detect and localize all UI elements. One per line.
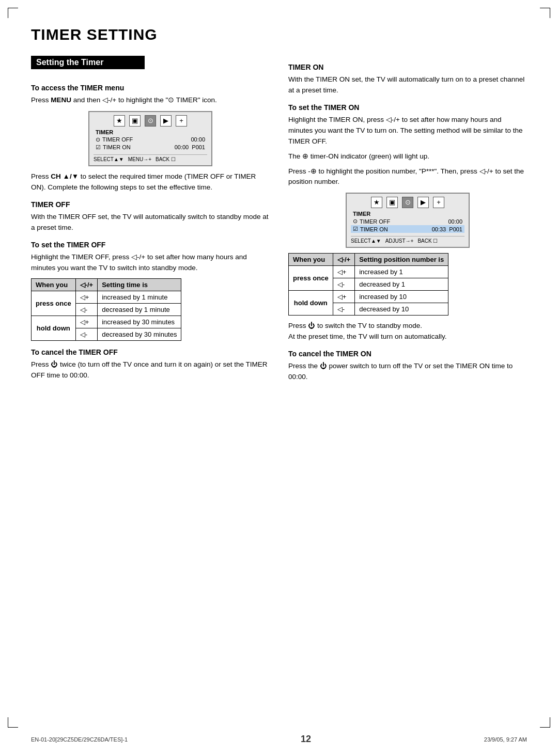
table2-sign4: ◁-	[333, 303, 355, 316]
cancel-timer-off-title: To cancel the TIMER OFF	[31, 348, 270, 356]
table1-col1: When you	[32, 279, 76, 291]
table1-col2: ◁-/+	[75, 279, 98, 291]
set-timer-on-text2: The ⊕ timer-ON indicator (green) will li…	[288, 151, 527, 162]
main-content: Setting the Timer To access the TIMER me…	[31, 56, 527, 387]
set-timer-off-title: To set the TIMER OFF	[31, 241, 270, 249]
access-text: Press MENU and then ◁-/+ to highlight th…	[31, 95, 270, 106]
right-column: TIMER ON With the TIMER ON set, the TV w…	[288, 56, 527, 387]
set-timer-on-text3: Press -⊕ to highlight the position numbe…	[288, 166, 527, 188]
table1-val3: increased by 30 minutes	[98, 316, 181, 328]
table1-group2: hold down	[32, 316, 76, 341]
timer-on-table: When you ◁-/+ Setting position number is…	[288, 253, 448, 316]
table1-sign2: ◁-	[75, 304, 98, 316]
table1-val4: decreased by 30 minutes	[98, 328, 181, 341]
tv-icon-tv: ▣	[129, 115, 141, 127]
tv-timer-off-row: ⊙ TIMER OFF 00:00	[94, 136, 207, 144]
tv2-timer-off-row: ⊙ TIMER OFF 00:00	[351, 217, 464, 225]
left-column: Setting the Timer To access the TIMER me…	[31, 56, 270, 385]
tv2-timer-on-row: ☑ TIMER ON 00:33 P001	[351, 225, 464, 233]
table1-group1: press once	[32, 291, 76, 316]
page-title: TIMER SETTING	[31, 26, 527, 43]
footer-left: EN-01-20[29CZ5DE/29CZ6DA/TES]-1	[31, 736, 128, 743]
page-footer: EN-01-20[29CZ5DE/29CZ6DA/TES]-1 12 23/9/…	[0, 734, 558, 745]
page-number: 12	[301, 734, 311, 745]
table-row: hold down ◁+ increased by 30 minutes	[32, 316, 181, 328]
table2-group2: hold down	[289, 291, 333, 316]
tv2-icon-plus: +	[433, 197, 444, 208]
tv-icon-timer: ⊙	[145, 115, 156, 127]
table2-col1: When you	[289, 254, 333, 266]
set-timer-on-title: To set the TIMER ON	[288, 103, 527, 112]
tv2-icon-star: ★	[371, 197, 382, 208]
tv2-icon-row: ★ ▣ ⊙ ▶ +	[351, 197, 464, 208]
tv2-icon-timer: ⊙	[402, 197, 413, 208]
ch-text: Press CH ▲/▼ to select the required time…	[31, 171, 270, 193]
tv-menu-label: TIMER	[94, 129, 207, 136]
tv-icon-row: ★ ▣ ⊙ ▶ +	[94, 115, 207, 127]
table1-sign1: ◁+	[75, 291, 98, 304]
timer-off-text: With the TIMER OFF set, the TV will auto…	[31, 212, 270, 233]
tv2-icon-tv: ▣	[386, 197, 398, 208]
timer-off-heading: TIMER OFF	[31, 200, 270, 209]
table-row: hold down ◁+ increased by 10	[289, 291, 448, 303]
tv-bottom-bar-1: SELECT▲▼ MENU→+ BACK ☐	[94, 154, 207, 162]
section-heading: Setting the Timer	[31, 56, 145, 69]
table2-col3: Setting position number is	[355, 254, 448, 266]
tv2-icon-arrow: ▶	[417, 197, 429, 208]
set-timer-off-text: Highlight the TIMER OFF, press ◁-/+ to s…	[31, 252, 270, 274]
table2-val2: decreased by 1	[355, 278, 448, 291]
timer-off-table: When you ◁-/+ Setting time is press once…	[31, 278, 181, 341]
table1-sign4: ◁-	[75, 328, 98, 341]
cancel-timer-off-text: Press ⏻ twice (to turn off the TV once a…	[31, 359, 270, 381]
table2-col2: ◁-/+	[333, 254, 355, 266]
tv-icon-star: ★	[114, 115, 125, 127]
table2-val3: increased by 10	[355, 291, 448, 303]
table2-sign2: ◁-	[333, 278, 355, 291]
standby-text: Press ⏻ to switch the TV to standby mode…	[288, 321, 527, 342]
tv-icon-arrow: ▶	[160, 115, 172, 127]
table2-val4: decreased by 10	[355, 303, 448, 316]
table2-group1: press once	[289, 266, 333, 291]
timer-on-heading: TIMER ON	[288, 63, 527, 71]
cancel-timer-on-title: To cancel the TIMER ON	[288, 350, 527, 358]
table1-val1: increased by 1 minute	[98, 291, 181, 304]
table1-sign3: ◁+	[75, 316, 98, 328]
access-title: To access the TIMER menu	[31, 84, 270, 92]
table2-sign3: ◁+	[333, 291, 355, 303]
tv2-menu-label: TIMER	[351, 210, 464, 217]
tv-screen-2: ★ ▣ ⊙ ▶ + TIMER ⊙ TIMER OFF 00:00 ☑ TIME…	[346, 193, 470, 248]
footer-right: 23/9/05, 9:27 AM	[484, 736, 527, 743]
timer-on-text: With the TIMER ON set, the TV will autom…	[288, 74, 527, 96]
tv-screen-1: ★ ▣ ⊙ ▶ + TIMER ⊙ TIMER OFF 00:00 ☑ TIME…	[88, 111, 212, 166]
table2-sign1: ◁+	[333, 266, 355, 278]
tv-timer-on-row: ☑ TIMER ON 00:00 P001	[94, 144, 207, 151]
table2-val1: increased by 1	[355, 266, 448, 278]
set-timer-on-text1: Highlight the TIMER ON, press ◁-/+ to se…	[288, 115, 527, 147]
tv-icon-plus: +	[176, 115, 187, 127]
table-row: press once ◁+ increased by 1 minute	[32, 291, 181, 304]
table1-val2: decreased by 1 minute	[98, 304, 181, 316]
cancel-timer-on-text: Press the ⏻ power switch to turn off the…	[288, 361, 527, 383]
tv2-bottom-bar: SELECT▲▼ ADJUST→+ BACK ☐	[351, 236, 464, 244]
table-row: press once ◁+ increased by 1	[289, 266, 448, 278]
table1-col3: Setting time is	[98, 279, 181, 291]
